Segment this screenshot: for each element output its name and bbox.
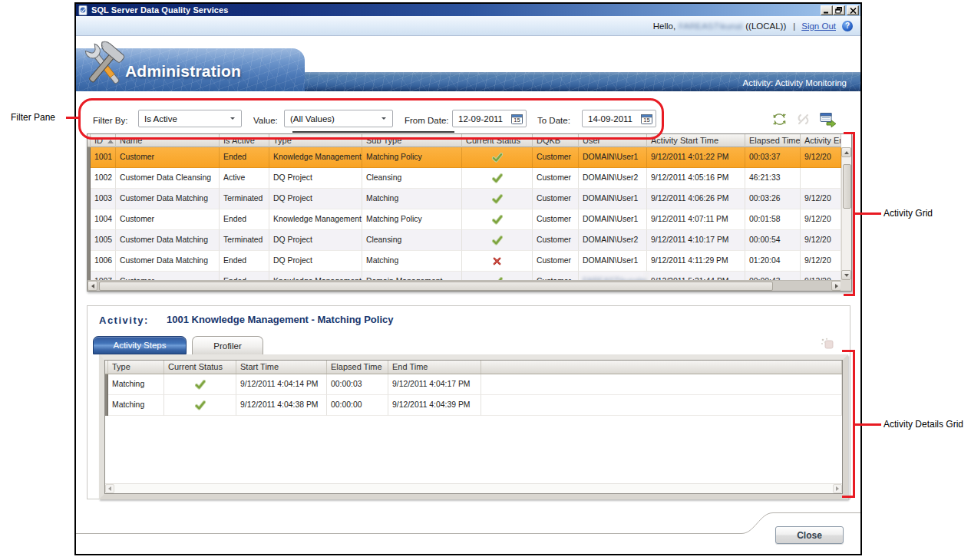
help-icon[interactable]: ? (842, 21, 853, 31)
scroll-down-button[interactable] (841, 270, 851, 280)
filter-by-dropdown[interactable]: Is Active (138, 110, 242, 127)
grid-cell: Customer (533, 209, 579, 230)
minimize-button[interactable] (821, 5, 833, 15)
grid-cell: 9/12/20 (801, 209, 841, 230)
grid-cell: 00:03:37 (745, 147, 801, 168)
title-bar[interactable]: SQL Server Data Quality Services (76, 4, 860, 16)
chevron-down-icon (381, 117, 386, 120)
column-header[interactable]: Name (116, 134, 220, 147)
horizontal-scrollbar[interactable] (88, 280, 841, 291)
restore-button[interactable] (833, 5, 845, 15)
filter-by-label: Filter By: (93, 116, 127, 125)
activity-row[interactable]: 1007CustomerEndedKnowledge ManagementDom… (88, 272, 841, 280)
from-date-value: 12-09-2011 (453, 114, 511, 124)
details-horizontal-scrollbar[interactable] (105, 483, 842, 493)
activity-row[interactable]: 1001CustomerEndedKnowledge ManagementMat… (88, 147, 841, 168)
filter-pane: Filter By: Is Active Value: (All Values)… (76, 104, 860, 133)
grid-cell: Domain Management (362, 272, 462, 280)
vertical-scroll-thumb[interactable] (843, 164, 851, 209)
column-header[interactable]: Type (108, 361, 164, 374)
user-name: FAREAST\kunal (679, 21, 742, 31)
scroll-left-button[interactable] (105, 484, 114, 493)
activity-row[interactable]: 1003Customer Data MatchingTerminatedDQ P… (88, 189, 841, 209)
details-title-value: 1001 Knowledge Management - Matching Pol… (167, 314, 393, 325)
grid-cell: 9/12/2011 4:04:14 PM (236, 374, 327, 395)
banner-context: Activity: Activity Monitoring (743, 75, 847, 91)
session-separator: | (793, 21, 795, 31)
column-header[interactable]: Sub Type (362, 134, 462, 147)
success-icon (492, 194, 503, 204)
column-header[interactable]: DQKB (533, 134, 579, 147)
column-header[interactable] (481, 361, 842, 374)
column-header[interactable]: Elapsed Time (745, 134, 801, 147)
details-grid-header: TypeCurrent StatusStart TimeElapsed Time… (105, 361, 842, 374)
terminate-icon-disabled (796, 112, 811, 127)
refresh-icon[interactable] (772, 112, 787, 127)
grid-cell: 1005 (91, 230, 116, 251)
activity-row[interactable]: 1002Customer Data CleansingActiveDQ Proj… (88, 168, 841, 189)
column-header[interactable]: Activity Start Time (647, 134, 745, 147)
details-row[interactable]: Matching9/12/2011 4:04:14 PM00:00:039/12… (105, 374, 842, 395)
grid-cell: 9/12/2011 4:04:17 PM (388, 374, 481, 395)
scroll-left-button[interactable] (88, 281, 97, 291)
activity-row[interactable]: 1005Customer Data MatchingTerminatedDQ P… (88, 230, 841, 251)
grid-cell: 9/12/20 (801, 251, 841, 272)
column-header[interactable]: Current Status (462, 134, 533, 147)
status-cell (462, 230, 533, 251)
export-icon[interactable] (820, 112, 837, 128)
column-header[interactable]: End Time (388, 361, 481, 374)
column-header[interactable]: User (579, 134, 647, 147)
footer-separator (76, 506, 860, 539)
grid-cell: Terminated (220, 230, 269, 251)
grid-cell: DOMAIN\User1 (579, 147, 647, 168)
grid-cell: Cleansing (362, 230, 462, 251)
tab-activity-steps[interactable]: Activity Steps (93, 336, 187, 354)
scroll-up-button[interactable] (841, 147, 851, 157)
tab-profiler[interactable]: Profiler (192, 336, 263, 354)
column-header[interactable]: Type (269, 134, 362, 147)
close-button[interactable]: Close (775, 526, 844, 544)
horizontal-scroll-thumb[interactable] (99, 282, 773, 291)
column-header[interactable]: ID (91, 134, 116, 147)
activity-row[interactable]: 1004CustomerEndedKnowledge ManagementMat… (88, 209, 841, 230)
success-icon (195, 380, 206, 390)
grid-cell: 9/12/2011 4:11:29 PM (647, 251, 745, 272)
to-date-input[interactable]: 14-09-2011 15 (582, 110, 656, 127)
vertical-scrollbar[interactable] (841, 147, 851, 280)
sign-out-link[interactable]: Sign Out (801, 21, 836, 31)
column-header[interactable]: Elapsed Time (327, 361, 388, 374)
activity-row[interactable]: 1006Customer Data MatchingEndedDQ Projec… (88, 251, 841, 272)
grid-cell: Ended (220, 209, 269, 230)
grid-cell: Customer Data Matching (116, 230, 220, 251)
column-header[interactable]: Current Status (164, 361, 236, 374)
tab-label: Profiler (213, 341, 241, 351)
column-header[interactable]: Start Time (236, 361, 327, 374)
calendar-icon[interactable]: 15 (641, 114, 652, 124)
grid-cell: Customer Data Cleansing (116, 168, 220, 189)
activity-grid: IDNameIs ActiveTypeSub TypeCurrent Statu… (87, 133, 852, 292)
grid-cell: Customer (533, 272, 579, 280)
grid-cell: DQ Project (269, 168, 362, 189)
grid-cell: 9/12/2011 4:05:16 PM (647, 168, 745, 189)
grid-cell: Matching Policy (362, 147, 462, 168)
grid-cell: Ended (220, 272, 269, 280)
column-header[interactable]: Is Active (220, 134, 269, 147)
grid-cell: 46:21:33 (745, 168, 801, 189)
grid-cell: 00:01:58 (745, 209, 801, 230)
grid-cell: DOMAIN\User1 (579, 189, 647, 209)
value-dropdown[interactable]: (All Values) (284, 110, 393, 127)
grid-cell: 1006 (91, 251, 116, 272)
details-row[interactable]: Matching9/12/2011 4:04:38 PM00:00:009/12… (105, 395, 842, 416)
underline-artifact (292, 131, 454, 133)
grid-cell: 1003 (91, 189, 116, 209)
tab-label: Activity Steps (113, 341, 166, 350)
from-date-input[interactable]: 12-09-2011 15 (452, 110, 527, 127)
calendar-icon[interactable]: 15 (511, 114, 523, 124)
column-header[interactable]: Activity End Time (801, 134, 841, 147)
close-window-button[interactable] (847, 5, 859, 15)
grid-cell: 00:03:26 (745, 189, 801, 209)
grid-cell: 00:00:03 (327, 374, 388, 395)
scroll-right-button[interactable] (833, 484, 842, 493)
calendar-day: 15 (643, 117, 649, 124)
grid-cell: Customer Data Matching (116, 189, 220, 209)
